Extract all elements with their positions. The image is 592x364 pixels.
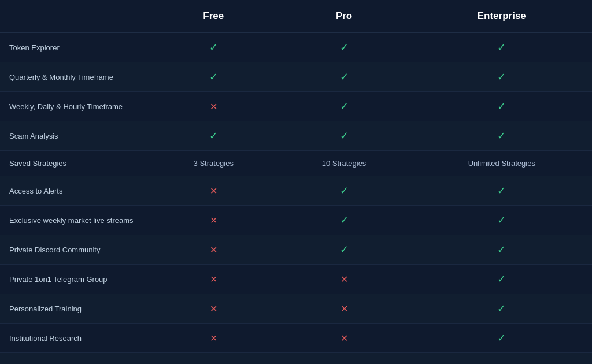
- check-icon: ✓: [340, 214, 349, 226]
- enterprise-cell: ✓: [412, 353, 592, 365]
- feature-label: Scam Analysis: [0, 121, 150, 151]
- enterprise-cell: ✓: [412, 176, 592, 206]
- table-row: Personalized Training✕✕✓: [0, 294, 592, 324]
- enterprise-cell: ✓: [412, 62, 592, 92]
- enterprise-column-header: Enterprise: [412, 0, 592, 33]
- cross-icon: ✕: [210, 101, 217, 112]
- check-icon: ✓: [340, 129, 349, 142]
- free-cell: ✕: [150, 294, 277, 324]
- free-cell: ✕: [150, 265, 277, 294]
- feature-label: Weekly, Daily & Hourly Timeframe: [0, 92, 150, 121]
- feature-label: Quarterly & Monthly Timeframe: [0, 62, 150, 92]
- check-icon: ✓: [209, 41, 218, 54]
- table-row: Weekly, Daily & Hourly Timeframe✕✓✓: [0, 92, 592, 121]
- free-cell: ✓: [150, 33, 277, 62]
- check-icon: ✓: [497, 302, 506, 315]
- cross-icon: ✕: [210, 303, 217, 314]
- enterprise-cell: ✓: [412, 92, 592, 121]
- table-row: On-Demand Chain Integrations✕✕✓: [0, 353, 592, 365]
- cross-icon: ✕: [210, 333, 217, 344]
- pro-cell: 10 Strategies: [277, 151, 412, 176]
- cross-icon: ✕: [341, 362, 348, 365]
- check-icon: ✓: [497, 273, 506, 285]
- cross-icon: ✕: [341, 274, 348, 285]
- check-icon: ✓: [340, 70, 349, 83]
- free-column-header: Free: [150, 0, 277, 33]
- pro-cell: ✕: [277, 294, 412, 324]
- pro-cell: ✓: [277, 206, 412, 235]
- check-icon: ✓: [497, 332, 506, 344]
- check-icon: ✓: [497, 214, 506, 226]
- free-cell: ✕: [150, 176, 277, 206]
- free-cell: ✕: [150, 353, 277, 365]
- text-value: Unlimited Strategies: [468, 159, 535, 168]
- pro-cell: ✕: [277, 265, 412, 294]
- enterprise-cell: Unlimited Strategies: [412, 151, 592, 176]
- check-icon: ✓: [340, 243, 349, 256]
- check-icon: ✓: [497, 361, 506, 364]
- feature-label: Institutional Research: [0, 324, 150, 353]
- check-icon: ✓: [209, 129, 218, 142]
- table-row: Scam Analysis✓✓✓: [0, 121, 592, 151]
- pro-cell: ✕: [277, 353, 412, 365]
- cross-icon: ✕: [210, 185, 217, 196]
- pro-cell: ✓: [277, 92, 412, 121]
- free-cell: ✕: [150, 324, 277, 353]
- check-icon: ✓: [497, 129, 506, 142]
- table-row: Institutional Research✕✕✓: [0, 324, 592, 353]
- feature-label: Exclusive weekly market live streams: [0, 206, 150, 235]
- check-icon: ✓: [209, 70, 218, 83]
- pro-cell: ✓: [277, 121, 412, 151]
- feature-label: Access to Alerts: [0, 176, 150, 206]
- enterprise-cell: ✓: [412, 33, 592, 62]
- free-cell: ✓: [150, 121, 277, 151]
- pro-cell: ✓: [277, 33, 412, 62]
- table-row: Saved Strategies3 Strategies10 Strategie…: [0, 151, 592, 176]
- cross-icon: ✕: [341, 333, 348, 344]
- enterprise-cell: ✓: [412, 206, 592, 235]
- text-value: 3 Strategies: [194, 159, 234, 168]
- check-icon: ✓: [497, 70, 506, 83]
- enterprise-cell: ✓: [412, 235, 592, 265]
- check-icon: ✓: [340, 41, 349, 54]
- table-row: Quarterly & Monthly Timeframe✓✓✓: [0, 62, 592, 92]
- table-row: Access to Alerts✕✓✓: [0, 176, 592, 206]
- pro-cell: ✓: [277, 235, 412, 265]
- pro-cell: ✓: [277, 176, 412, 206]
- feature-label: On-Demand Chain Integrations: [0, 353, 150, 365]
- table-row: Token Explorer✓✓✓: [0, 33, 592, 62]
- free-cell: 3 Strategies: [150, 151, 277, 176]
- free-cell: ✕: [150, 92, 277, 121]
- pro-column-header: Pro: [277, 0, 412, 33]
- feature-column-header: [0, 0, 150, 33]
- cross-icon: ✕: [210, 362, 217, 365]
- cross-icon: ✕: [210, 244, 217, 255]
- check-icon: ✓: [497, 100, 506, 113]
- feature-label: Token Explorer: [0, 33, 150, 62]
- table-row: Private 1on1 Telegram Group✕✕✓: [0, 265, 592, 294]
- cross-icon: ✕: [210, 215, 217, 226]
- table-row: Exclusive weekly market live streams✕✓✓: [0, 206, 592, 235]
- enterprise-cell: ✓: [412, 121, 592, 151]
- enterprise-cell: ✓: [412, 294, 592, 324]
- feature-label: Private Discord Community: [0, 235, 150, 265]
- check-icon: ✓: [340, 100, 349, 113]
- check-icon: ✓: [497, 243, 506, 256]
- cross-icon: ✕: [341, 303, 348, 314]
- pricing-comparison-table: Free Pro Enterprise Token Explorer✓✓✓Qua…: [0, 0, 592, 364]
- feature-label: Saved Strategies: [0, 151, 150, 176]
- free-cell: ✕: [150, 235, 277, 265]
- text-value: 10 Strategies: [322, 159, 367, 168]
- check-icon: ✓: [340, 184, 349, 197]
- check-icon: ✓: [497, 41, 506, 54]
- feature-label: Private 1on1 Telegram Group: [0, 265, 150, 294]
- free-cell: ✕: [150, 206, 277, 235]
- free-cell: ✓: [150, 62, 277, 92]
- enterprise-cell: ✓: [412, 265, 592, 294]
- feature-label: Personalized Training: [0, 294, 150, 324]
- pro-cell: ✕: [277, 324, 412, 353]
- cross-icon: ✕: [210, 274, 217, 285]
- enterprise-cell: ✓: [412, 324, 592, 353]
- table-row: Private Discord Community✕✓✓: [0, 235, 592, 265]
- check-icon: ✓: [497, 184, 506, 197]
